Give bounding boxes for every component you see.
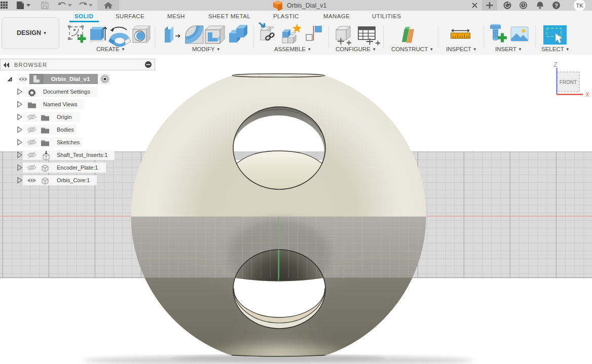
svg-text:Orbis_Dial_v1: Orbis_Dial_v1 — [287, 2, 327, 9]
svg-text:Z: Z — [553, 61, 557, 68]
svg-text:?: ? — [554, 3, 558, 9]
svg-text:FRONT: FRONT — [560, 79, 577, 85]
svg-text:X: X — [585, 91, 589, 98]
svg-text:TK: TK — [576, 3, 583, 9]
